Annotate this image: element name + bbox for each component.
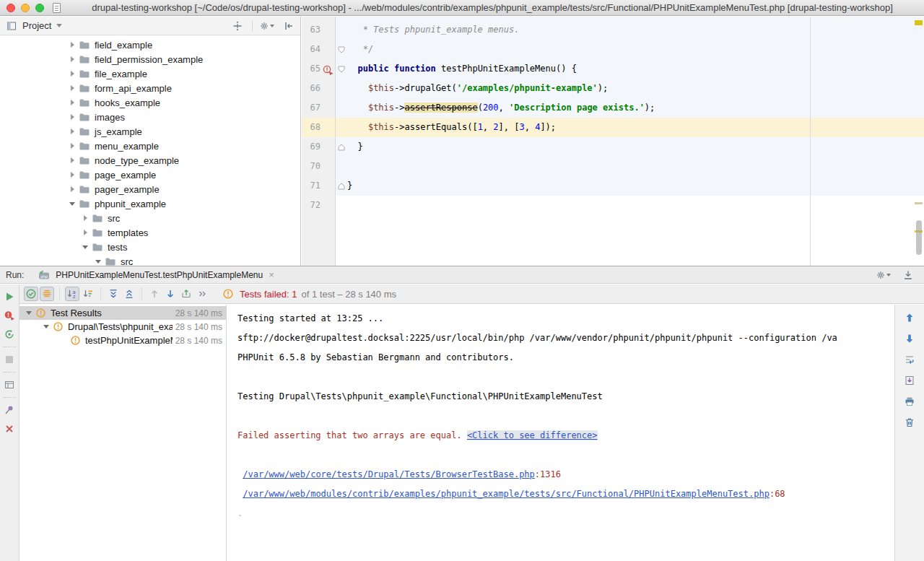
folder-icon: [79, 183, 90, 195]
code-line-70[interactable]: 70: [302, 157, 924, 176]
test-failed-gutter-icon[interactable]: [323, 64, 334, 74]
import-test-results-button[interactable]: [179, 287, 193, 301]
tree-item-src[interactable]: src: [0, 211, 300, 225]
tree-item-field_example[interactable]: field_example: [0, 38, 300, 52]
code-line-65[interactable]: 65 public function testPhpUnitExampleMen…: [302, 59, 924, 79]
code-line-72[interactable]: 72: [302, 196, 924, 215]
chevron-down-icon[interactable]: [56, 24, 62, 27]
hide-panel-button[interactable]: [901, 268, 915, 282]
rerun-failed-tests-button[interactable]: [2, 308, 17, 323]
scroll-to-end-button[interactable]: [902, 373, 917, 388]
fold-marker-icon[interactable]: [338, 66, 345, 73]
chevron-right-icon[interactable]: [69, 172, 76, 178]
fold-marker-icon[interactable]: [338, 46, 345, 53]
more-actions-button[interactable]: [195, 287, 209, 301]
chevron-right-icon[interactable]: [69, 129, 76, 134]
stacktrace-link[interactable]: /var/www/web/modules/contrib/examples/ph…: [243, 489, 770, 499]
run-config-tab[interactable]: php PHPUnitExampleMenuTest.testPhpUnitEx…: [31, 266, 279, 284]
collapse-all-button[interactable]: [122, 287, 136, 301]
code-line-68[interactable]: 68 $this->assertEquals([1, 2], [3, 4]);: [302, 118, 924, 137]
chevron-down-icon[interactable]: [82, 245, 89, 249]
toggle-auto-test-button[interactable]: [2, 327, 17, 342]
code-line-69[interactable]: 69 }: [302, 137, 924, 157]
error-stripe-mark[interactable]: [915, 202, 923, 204]
stop-button[interactable]: [2, 352, 17, 367]
code-line-64[interactable]: 64 */: [302, 40, 924, 59]
editor-scrollbar-thumb[interactable]: [916, 220, 922, 255]
show-passed-button[interactable]: [24, 287, 38, 301]
code-line-66[interactable]: 66 $this->drupalGet('/examples/phpunit-e…: [302, 79, 924, 98]
sort-by-duration-button[interactable]: [81, 287, 95, 301]
chevron-right-icon[interactable]: [69, 56, 76, 62]
tree-item-pager_example[interactable]: pager_example: [0, 182, 300, 196]
prev-stack-frame-button[interactable]: [902, 310, 917, 325]
project-panel-title[interactable]: Project: [22, 20, 51, 31]
next-failed-test-button[interactable]: [163, 287, 178, 301]
tree-item-js_example[interactable]: js_example: [0, 124, 300, 139]
tree-item-tests[interactable]: tests: [0, 240, 300, 254]
tree-item-src[interactable]: src: [0, 254, 300, 266]
tree-item-node_type_example[interactable]: node_type_example: [0, 153, 300, 168]
chevron-right-icon[interactable]: [82, 215, 89, 221]
close-window-button[interactable]: [6, 4, 15, 12]
scroll-from-source-button[interactable]: [230, 19, 245, 33]
print-button[interactable]: [902, 394, 917, 409]
chevron-right-icon[interactable]: [69, 143, 76, 149]
code-line-71[interactable]: 71}: [302, 176, 924, 196]
arrow-down-blue-icon: [165, 288, 176, 300]
hide-tool-window-button[interactable]: [282, 19, 296, 33]
tree-item-form_api_example[interactable]: form_api_example: [0, 81, 300, 95]
code-line-63[interactable]: 63 * Tests phpunit_example menus.: [302, 20, 924, 40]
test-warning-icon: [53, 321, 64, 332]
tree-item-page_example[interactable]: page_example: [0, 168, 300, 182]
test-tree-row[interactable]: Test Results28 s 140 ms: [19, 306, 226, 320]
chevron-down-icon[interactable]: [43, 325, 50, 329]
show-ignored-button[interactable]: [40, 287, 54, 301]
tree-item-field_permission_example[interactable]: field_permission_example: [0, 52, 300, 66]
zoom-window-button[interactable]: [35, 4, 44, 12]
tree-item-hooks_example[interactable]: hooks_example: [0, 95, 300, 110]
code-editor[interactable]: 63 * Tests phpunit_example menus.64 */65…: [302, 17, 924, 266]
console-text: sftp://docker@drupaltest.docksal:2225/us…: [237, 333, 837, 343]
chevron-right-icon[interactable]: [69, 71, 76, 77]
stacktrace-link[interactable]: /var/www/web/core/tests/Drupal/Tests/Bro…: [243, 469, 535, 479]
close-tab-icon[interactable]: ×: [269, 270, 274, 279]
chevron-right-icon[interactable]: [69, 186, 76, 192]
project-settings-button[interactable]: [260, 19, 274, 33]
tree-item-file_example[interactable]: file_example: [0, 66, 300, 81]
chevron-down-icon[interactable]: [69, 202, 76, 206]
tree-item-phpunit_example[interactable]: phpunit_example: [0, 196, 300, 211]
chevron-right-icon[interactable]: [69, 100, 76, 105]
minimize-window-button[interactable]: [21, 4, 30, 12]
rerun-button[interactable]: [2, 290, 17, 304]
restore-layout-button[interactable]: [2, 378, 17, 392]
clear-all-button[interactable]: [902, 415, 917, 430]
soft-wrap-button[interactable]: [902, 352, 917, 367]
chevron-right-icon[interactable]: [69, 157, 76, 163]
fold-marker-icon[interactable]: [338, 144, 345, 151]
tree-item-templates[interactable]: templates: [0, 225, 300, 240]
pin-tab-button[interactable]: [2, 403, 17, 417]
tree-item-label: field_permission_example: [95, 54, 203, 65]
test-tree-row[interactable]: Drupal\Tests\phpunit_example\Functional\…: [19, 320, 226, 334]
run-settings-button[interactable]: [876, 268, 891, 282]
tree-item-images[interactable]: images: [0, 110, 300, 124]
chevron-right-icon[interactable]: [69, 42, 76, 48]
error-stripe-warning-mark[interactable]: [915, 20, 923, 25]
see-difference-link[interactable]: <Click to see difference>: [467, 430, 598, 440]
fold-marker-icon[interactable]: [338, 183, 345, 190]
sort-alphabetically-button[interactable]: az: [65, 287, 79, 301]
chevron-down-icon[interactable]: [95, 260, 102, 264]
next-stack-frame-button[interactable]: [902, 331, 917, 346]
tree-item-menu_example[interactable]: menu_example: [0, 139, 300, 153]
chevron-right-icon[interactable]: [82, 230, 89, 235]
previous-failed-test-button[interactable]: [147, 287, 162, 301]
code-line-67[interactable]: 67 $this->assertResponse(200, 'Descripti…: [302, 98, 924, 118]
test-console-output[interactable]: Testing started at 13:25 ...sftp://docke…: [227, 305, 894, 561]
expand-all-button[interactable]: [106, 287, 121, 301]
chevron-right-icon[interactable]: [69, 114, 76, 120]
close-button[interactable]: [2, 422, 17, 436]
chevron-down-icon[interactable]: [25, 311, 32, 315]
test-tree-row[interactable]: testPhpUnitExampleMenu28 s 140 ms: [19, 334, 226, 347]
chevron-right-icon[interactable]: [69, 85, 76, 91]
